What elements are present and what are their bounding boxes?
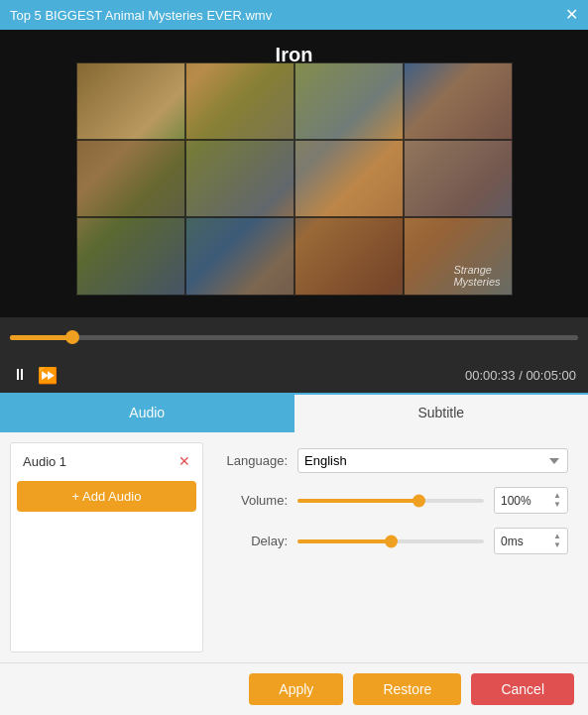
grid-cell — [185, 62, 294, 140]
delay-label: Delay: — [223, 534, 288, 548]
pause-button[interactable]: ⏸ — [12, 366, 28, 384]
controls-area: ⏸ ⏩ 00:00:33 / 00:05:00 — [0, 357, 588, 393]
video-area: Iron StrangeMysteries — [0, 30, 588, 317]
delay-up[interactable]: ▲ — [553, 533, 561, 540]
grid-cell — [76, 62, 185, 140]
audio-settings: Language: English French Spanish German … — [213, 442, 578, 653]
video-watermark: StrangeMysteries — [453, 264, 500, 288]
audio-item-label: Audio 1 — [23, 454, 66, 469]
audio-item: Audio 1 ✕ — [17, 449, 196, 473]
title-bar: Top 5 BIGGEST Animal Mysteries EVER.wmv … — [0, 0, 588, 30]
delay-down[interactable]: ▼ — [553, 541, 561, 549]
audio-remove-button[interactable]: ✕ — [178, 453, 190, 469]
delay-spinbox: 0ms ▲ ▼ — [494, 528, 568, 554]
controls-left: ⏸ ⏩ — [12, 366, 58, 385]
delay-arrows: ▲ ▼ — [553, 533, 561, 549]
panel-content: Audio 1 ✕ + Add Audio Language: English … — [0, 432, 588, 662]
language-select[interactable]: English French Spanish German Japanese — [297, 448, 568, 473]
grid-overlay — [76, 62, 513, 296]
forward-button[interactable]: ⏩ — [38, 366, 58, 385]
apply-button[interactable]: Apply — [249, 673, 343, 705]
progress-track[interactable] — [10, 335, 578, 340]
grid-cell — [294, 217, 404, 295]
close-button[interactable]: ✕ — [565, 7, 578, 23]
grid-cell — [404, 140, 513, 217]
volume-row: Volume: 100% ▲ ▼ — [223, 487, 568, 514]
tab-subtitle[interactable]: Subtitle — [294, 395, 589, 432]
delay-value: 0ms — [501, 535, 524, 548]
volume-fill — [297, 499, 418, 503]
volume-arrows: ▲ ▼ — [553, 492, 561, 509]
cancel-button[interactable]: Cancel — [471, 673, 574, 705]
total-time: 00:05:00 — [526, 368, 576, 383]
grid-cell — [185, 217, 294, 295]
restore-button[interactable]: Restore — [353, 673, 461, 705]
grid-cell — [294, 140, 404, 217]
bottom-bar: Apply Restore Cancel — [0, 662, 588, 715]
grid-cell — [76, 140, 185, 217]
progress-thumb[interactable] — [65, 330, 79, 344]
progress-fill — [10, 335, 72, 340]
current-time: 00:00:33 — [465, 368, 516, 383]
grid-cell — [294, 62, 404, 140]
video-thumbnail: StrangeMysteries — [76, 62, 513, 296]
panel-area: Audio Subtitle Audio 1 ✕ + Add Audio Lan… — [0, 393, 588, 715]
tab-audio[interactable]: Audio — [0, 395, 294, 432]
delay-row: Delay: 0ms ▲ ▼ — [223, 528, 568, 554]
delay-track — [297, 539, 484, 543]
audio-list: Audio 1 ✕ + Add Audio — [10, 442, 203, 653]
window-title: Top 5 BIGGEST Animal Mysteries EVER.wmv — [10, 8, 272, 23]
time-display: 00:00:33 / 00:05:00 — [465, 368, 576, 383]
tabs: Audio Subtitle — [0, 395, 588, 432]
delay-slider-container[interactable] — [297, 532, 484, 551]
volume-value: 100% — [501, 494, 531, 508]
delay-thumb[interactable] — [385, 535, 398, 547]
volume-thumb[interactable] — [412, 494, 425, 507]
volume-up[interactable]: ▲ — [553, 492, 561, 500]
grid-cell — [185, 140, 294, 217]
progress-area — [0, 317, 588, 357]
grid-cell — [404, 62, 513, 140]
time-separator: / — [516, 368, 527, 383]
language-row: Language: English French Spanish German … — [223, 448, 568, 473]
language-label: Language: — [223, 453, 288, 468]
volume-label: Volume: — [223, 493, 288, 508]
volume-spinbox: 100% ▲ ▼ — [494, 487, 568, 514]
volume-track — [297, 499, 484, 503]
volume-slider-container[interactable] — [297, 491, 484, 511]
grid-cell — [76, 217, 185, 295]
volume-down[interactable]: ▼ — [553, 501, 561, 509]
add-audio-button[interactable]: + Add Audio — [17, 481, 196, 512]
delay-fill — [297, 539, 391, 543]
